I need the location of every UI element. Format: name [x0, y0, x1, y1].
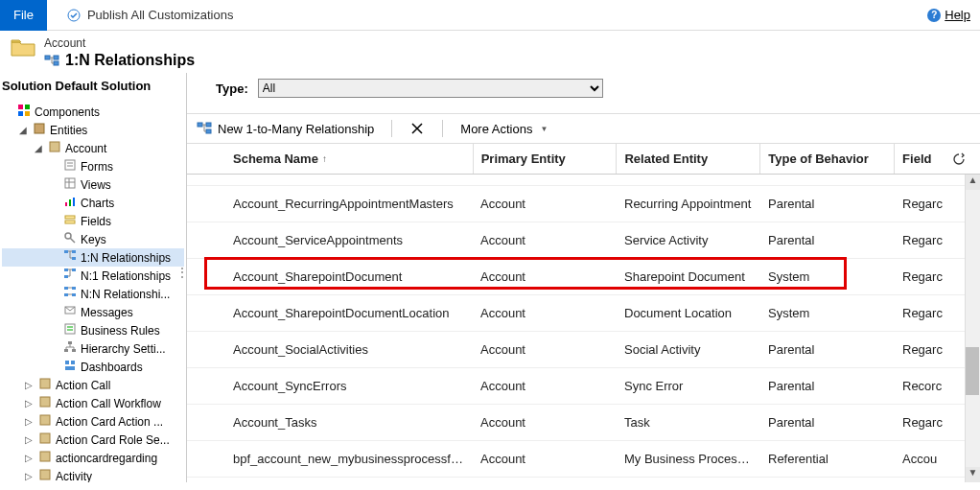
charts-icon	[63, 195, 77, 211]
tree-item[interactable]: Hierarchy Setti...	[2, 339, 184, 358]
cell-behavior: Parental	[760, 342, 895, 357]
table-row[interactable]: Account_RecurringAppointmentMastersAccou…	[187, 186, 980, 222]
tree-item[interactable]: ▷actioncardregarding	[2, 449, 184, 467]
cell-primary: Account	[473, 342, 617, 357]
new-relationship-label: New 1-to-Many Relationship	[218, 122, 374, 136]
tree-item-label: 1:N Relationships	[81, 251, 171, 265]
delete-button[interactable]	[409, 121, 425, 136]
svg-rect-45	[40, 470, 50, 479]
entity-icon	[38, 413, 52, 430]
scroll-down-button[interactable]: ▼	[966, 467, 980, 482]
entity-icon	[38, 450, 52, 466]
nav-tree: Components◢Entities◢AccountFormsViewsCha…	[0, 99, 186, 482]
tree-item[interactable]: Messages	[2, 303, 184, 321]
expander-icon: ▷	[25, 398, 35, 408]
table-row[interactable]: Account_ServiceAppointmentsAccountServic…	[187, 222, 980, 259]
scroll-thumb[interactable]	[966, 347, 979, 395]
new-relationship-icon	[197, 121, 212, 136]
vertical-scrollbar[interactable]: ▲ ▼	[965, 175, 980, 482]
tree-item-label: Account	[65, 142, 106, 155]
svg-rect-38	[71, 361, 75, 364]
tree-item[interactable]: Business Rules	[2, 321, 184, 339]
tree-item[interactable]: ◢Entities	[2, 121, 184, 139]
tree-item-label: Entities	[50, 124, 87, 137]
tree-item[interactable]: ▷Activity	[2, 467, 184, 482]
cell-primary: Account	[473, 269, 617, 284]
tree-item-label: Views	[81, 178, 111, 192]
tree-item[interactable]: N:N Relationshi...	[2, 285, 184, 303]
type-filter-label: Type:	[216, 82, 248, 96]
tree-item[interactable]: Views	[2, 175, 184, 194]
entity-icon	[38, 432, 52, 448]
scroll-up-button[interactable]: ▲	[966, 175, 980, 190]
cell-primary: Account	[473, 306, 617, 320]
tree-item[interactable]: ▷Action Call Workflow	[2, 394, 184, 412]
column-header-primary[interactable]: Primary Entity	[473, 144, 617, 174]
table-row[interactable]: Account_TasksAccountTaskParentalRegarc	[187, 405, 980, 441]
tree-item[interactable]: N:1 Relationships	[2, 267, 184, 285]
svg-rect-9	[50, 142, 59, 152]
tree-item[interactable]: ◢Account	[2, 139, 184, 157]
cell-primary: Account	[473, 452, 617, 466]
tree-item[interactable]: Forms	[2, 157, 184, 175]
table-row[interactable]: bpf_account_new_mybusinessprocessflowAcc…	[187, 441, 980, 478]
column-header-schema[interactable]: Schema Name ↑	[225, 144, 473, 174]
tree-item[interactable]: Components	[2, 103, 184, 121]
expander-icon: ▷	[25, 434, 35, 445]
sort-asc-icon: ↑	[322, 153, 327, 164]
table-row[interactable]: Account_SocialActivitiesAccountSocial Ac…	[187, 332, 980, 368]
table-row[interactable]: Account_SharepointDocumentLocationAccoun…	[187, 295, 980, 332]
publish-all-button[interactable]: Publish All Customizations	[66, 8, 233, 23]
more-actions-button[interactable]: More Actions ▼	[460, 122, 548, 136]
messages-icon	[63, 304, 77, 320]
expander-icon: ▷	[25, 380, 35, 390]
tree-item[interactable]: Dashboards	[2, 358, 184, 376]
column-header-related[interactable]: Related Entity	[616, 144, 759, 174]
cell-related: Sync Error	[617, 379, 760, 393]
help-link[interactable]: ? Help	[927, 8, 970, 22]
svg-rect-48	[206, 129, 211, 133]
table-row[interactable]: Account_SharepointDocumentAccountSharepo…	[187, 259, 980, 295]
cell-primary: Account	[473, 415, 617, 430]
tree-item[interactable]: Fields	[2, 212, 184, 230]
tree-item[interactable]: Keys	[2, 230, 184, 248]
svg-rect-30	[64, 293, 68, 296]
relationship-icon	[44, 55, 59, 66]
column-header-behavior[interactable]: Type of Behavior	[759, 144, 894, 174]
svg-rect-6	[18, 111, 23, 116]
new-relationship-button[interactable]: New 1-to-Many Relationship	[197, 121, 374, 136]
cell-primary: Account	[473, 197, 617, 211]
tree-item[interactable]: 1:N Relationships	[2, 248, 184, 267]
tree-item-label: Fields	[81, 215, 111, 228]
breadcrumb: Account	[44, 36, 195, 50]
publish-icon	[66, 8, 82, 23]
tree-item-label: N:N Relationshi...	[81, 288, 170, 301]
tree-item[interactable]: ▷Action Card Role Se...	[2, 431, 184, 449]
sidebar-resize-handle[interactable]: ⋮	[175, 265, 187, 280]
cell-schema: Account_SyncErrors	[225, 379, 473, 393]
toolbar: New 1-to-Many Relationship More Actions …	[187, 113, 980, 144]
table-row[interactable]: Account_SyncErrorsAccountSync ErrorParen…	[187, 368, 980, 405]
svg-rect-24	[72, 257, 76, 260]
sidebar-title: Solution Default Solution	[0, 73, 186, 99]
table-row[interactable]	[187, 175, 980, 186]
file-menu-button[interactable]: File	[0, 0, 47, 31]
entity-icon	[38, 395, 52, 411]
expander-icon: ▷	[25, 416, 35, 427]
tree-item[interactable]: Charts	[2, 194, 184, 212]
tree-item[interactable]: ▷Action Call	[2, 376, 184, 394]
tree-item[interactable]: ▷Action Card Action ...	[2, 412, 184, 431]
cell-field: Regarc	[895, 269, 952, 284]
cell-behavior: Parental	[760, 379, 895, 393]
entities-icon	[33, 122, 46, 138]
svg-rect-33	[65, 324, 75, 334]
svg-rect-25	[72, 268, 76, 271]
svg-rect-4	[18, 105, 23, 109]
column-header-field[interactable]: Field	[894, 144, 951, 174]
expander-icon: ▷	[25, 471, 35, 481]
entity-icon	[48, 140, 61, 156]
refresh-icon[interactable]	[951, 152, 967, 167]
cell-behavior: Parental	[760, 233, 895, 247]
type-filter-select[interactable]: All	[258, 79, 603, 98]
cell-primary: Account	[473, 233, 617, 247]
